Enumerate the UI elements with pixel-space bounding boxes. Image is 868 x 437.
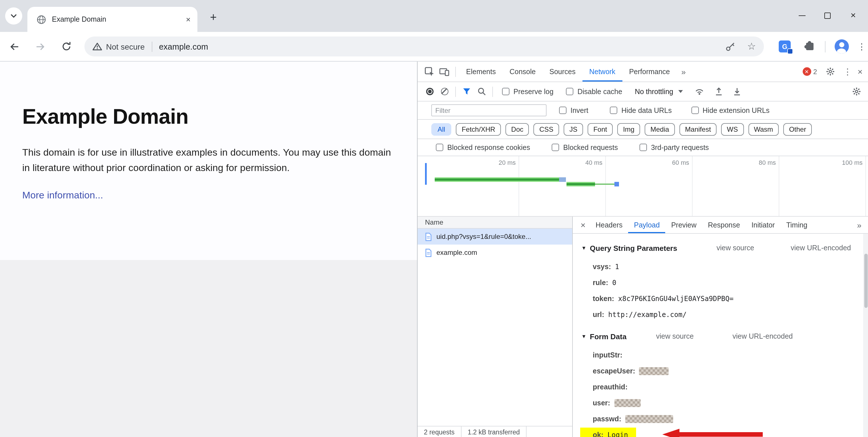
param-name: escapeUser bbox=[593, 367, 635, 375]
import-har-button[interactable] bbox=[730, 84, 744, 99]
scrollbar-thumb[interactable] bbox=[864, 254, 867, 308]
tab-response[interactable]: Response bbox=[702, 216, 746, 233]
chip-fetch-xhr[interactable]: Fetch/XHR bbox=[456, 123, 501, 135]
tab-timing[interactable]: Timing bbox=[780, 216, 813, 233]
devtools-settings-button[interactable] bbox=[823, 64, 837, 79]
throttling-dropdown[interactable]: No throttling bbox=[635, 88, 683, 96]
record-network-log-button[interactable] bbox=[422, 84, 437, 99]
disclosure-triangle-icon[interactable]: ▼ bbox=[581, 334, 586, 339]
profile-avatar[interactable] bbox=[835, 39, 849, 54]
bookmark-star-icon[interactable]: ☆ bbox=[747, 40, 756, 53]
error-count: 2 bbox=[813, 68, 817, 75]
timeline-selection-handle[interactable] bbox=[425, 163, 427, 185]
tab-search-button[interactable] bbox=[5, 7, 22, 25]
translate-extension-icon[interactable]: G bbox=[779, 40, 791, 53]
view-url-encoded-link[interactable]: view URL-encoded bbox=[733, 332, 793, 340]
chip-media[interactable]: Media bbox=[645, 123, 675, 135]
devtools-close-icon[interactable]: × bbox=[858, 67, 863, 76]
error-x-icon: ✕ bbox=[802, 67, 811, 76]
more-tabs-chevron-icon[interactable]: » bbox=[677, 67, 690, 76]
tab-close-icon[interactable]: × bbox=[186, 15, 190, 24]
not-secure-warning-icon bbox=[92, 42, 102, 51]
checkbox-icon bbox=[436, 144, 443, 151]
filter-input[interactable] bbox=[431, 104, 547, 116]
document-icon bbox=[425, 232, 432, 241]
blocked-response-cookies-checkbox[interactable]: Blocked response cookies bbox=[436, 143, 530, 152]
more-information-link[interactable]: More information... bbox=[22, 190, 103, 201]
chip-wasm[interactable]: Wasm bbox=[748, 123, 779, 135]
transferred-size: 1.2 kB transferred bbox=[461, 427, 527, 437]
hide-data-urls-checkbox[interactable]: Hide data URLs bbox=[610, 106, 672, 114]
forward-button[interactable] bbox=[31, 37, 50, 56]
maximize-button[interactable] bbox=[815, 0, 840, 31]
tab-performance[interactable]: Performance bbox=[622, 62, 677, 81]
minimize-button[interactable] bbox=[789, 0, 815, 31]
view-source-link[interactable]: view source bbox=[656, 332, 694, 340]
tab-console[interactable]: Console bbox=[503, 62, 542, 81]
tab-strip: Example Domain × + × bbox=[0, 0, 868, 32]
extensions-puzzle-icon[interactable] bbox=[806, 43, 813, 50]
redacted-value bbox=[639, 367, 669, 375]
chip-ws[interactable]: WS bbox=[721, 123, 744, 135]
disclosure-triangle-icon[interactable]: ▼ bbox=[581, 245, 586, 251]
chip-manifest[interactable]: Manifest bbox=[679, 123, 717, 135]
param-name: inputStr bbox=[593, 351, 622, 359]
chip-other[interactable]: Other bbox=[783, 123, 812, 135]
address-bar[interactable]: Not secure example.com ☆ bbox=[85, 36, 764, 57]
browser-tab[interactable]: Example Domain × bbox=[27, 7, 197, 32]
tab-payload[interactable]: Payload bbox=[628, 216, 665, 233]
not-secure-label[interactable]: Not secure bbox=[106, 42, 145, 51]
network-overview-timeline[interactable]: 20 ms 40 ms 60 ms 80 ms 100 ms bbox=[417, 156, 868, 216]
page-viewport: Example Domain This domain is for use in… bbox=[0, 62, 417, 437]
url-text[interactable]: example.com bbox=[159, 42, 725, 51]
invert-checkbox[interactable]: Invert bbox=[559, 106, 588, 114]
blocked-requests-label: Blocked requests bbox=[563, 143, 618, 152]
close-window-button[interactable]: × bbox=[840, 0, 866, 31]
param-name: preauthid bbox=[593, 383, 627, 391]
name-column-header[interactable]: Name bbox=[417, 216, 572, 229]
view-source-link[interactable]: view source bbox=[716, 244, 754, 252]
password-key-icon[interactable] bbox=[725, 41, 736, 52]
param-row-rule: rule 0 bbox=[573, 275, 863, 291]
tab-sources[interactable]: Sources bbox=[542, 62, 583, 81]
devtools-menu-kebab-icon[interactable]: ⋮ bbox=[843, 66, 852, 77]
close-details-icon[interactable]: × bbox=[576, 218, 590, 232]
checkbox-icon bbox=[610, 107, 618, 114]
hide-extension-urls-checkbox[interactable]: Hide extension URLs bbox=[691, 106, 770, 114]
view-url-encoded-link[interactable]: view URL-encoded bbox=[791, 244, 851, 252]
chip-font[interactable]: Font bbox=[588, 123, 613, 135]
chip-doc[interactable]: Doc bbox=[505, 123, 529, 135]
network-settings-button[interactable] bbox=[849, 84, 864, 99]
chip-all[interactable]: All bbox=[431, 123, 452, 135]
new-tab-button[interactable]: + bbox=[206, 9, 221, 25]
error-badge[interactable]: ✕ 2 bbox=[802, 67, 817, 76]
filter-toggle-button[interactable] bbox=[459, 84, 474, 99]
timeline-tick: 20 ms bbox=[499, 159, 516, 166]
tab-headers[interactable]: Headers bbox=[590, 216, 628, 233]
details-scrollbar[interactable] bbox=[863, 234, 868, 437]
request-row-example-com[interactable]: example.com bbox=[417, 244, 572, 261]
back-button[interactable] bbox=[5, 37, 24, 56]
browser-menu-kebab-icon[interactable]: ⋮ bbox=[858, 41, 866, 52]
disable-cache-checkbox[interactable]: Disable cache bbox=[566, 88, 622, 96]
tab-preview[interactable]: Preview bbox=[665, 216, 702, 233]
tab-elements[interactable]: Elements bbox=[459, 62, 503, 81]
request-row-uid-php[interactable]: uid.php?vsys=1&rule=0&toke... bbox=[417, 229, 572, 244]
blocked-requests-checkbox[interactable]: Blocked requests bbox=[552, 143, 618, 152]
chip-css[interactable]: CSS bbox=[534, 123, 559, 135]
network-conditions-button[interactable] bbox=[692, 84, 707, 99]
clear-network-log-button[interactable] bbox=[437, 84, 452, 99]
export-har-button[interactable] bbox=[711, 84, 726, 99]
search-network-button[interactable] bbox=[474, 84, 489, 99]
tab-network[interactable]: Network bbox=[583, 62, 622, 81]
chip-js[interactable]: JS bbox=[564, 123, 583, 135]
tab-initiator[interactable]: Initiator bbox=[746, 216, 780, 233]
inspect-element-button[interactable] bbox=[422, 64, 437, 79]
preserve-log-checkbox[interactable]: Preserve log bbox=[502, 88, 553, 96]
device-toolbar-button[interactable] bbox=[437, 64, 452, 79]
more-detail-tabs-icon[interactable]: » bbox=[852, 221, 866, 230]
param-row-url: url http://example.com/ bbox=[573, 307, 863, 323]
third-party-requests-checkbox[interactable]: 3rd-party requests bbox=[640, 143, 709, 152]
chip-img[interactable]: Img bbox=[617, 123, 640, 135]
reload-button[interactable] bbox=[57, 37, 76, 56]
